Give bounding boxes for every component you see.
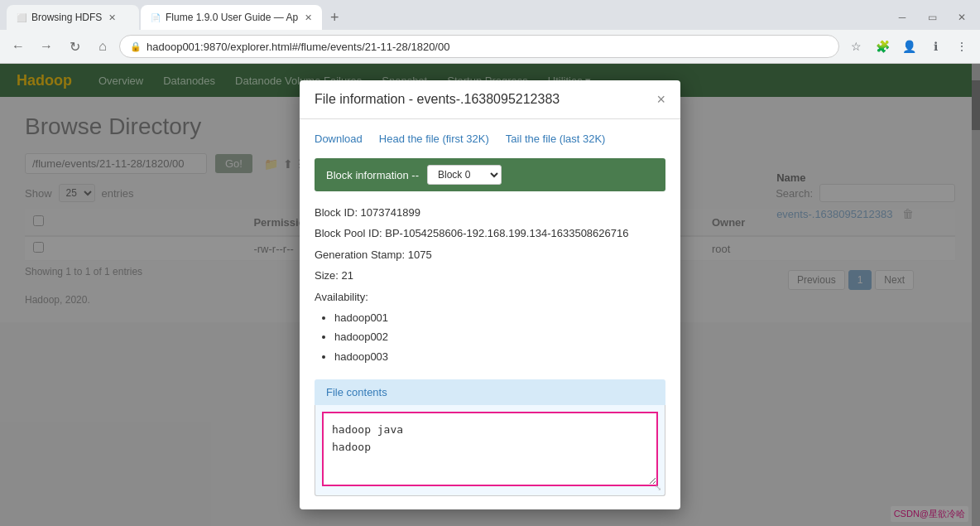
block-details: Block ID: 1073741899 Block Pool ID: BP-1… xyxy=(315,203,665,366)
block-select[interactable]: Block 0 xyxy=(427,165,502,185)
lock-icon: 🔒 xyxy=(130,41,142,52)
modal-header: File information - events-.1638095212383… xyxy=(300,80,680,119)
minimize-button[interactable]: ─ xyxy=(891,6,914,29)
block-info-label: Block information -- xyxy=(326,169,419,181)
tab-close-2[interactable]: ✕ xyxy=(305,12,312,23)
availability-list: hadoop001 hadoop002 hadoop003 xyxy=(315,308,665,366)
modal-close-button[interactable]: × xyxy=(656,92,665,107)
modal-title: File information - events-.1638095212383 xyxy=(315,92,560,107)
file-contents-section: File contents xyxy=(315,379,665,405)
info-button[interactable]: ℹ xyxy=(924,35,947,58)
home-button[interactable]: ⌂ xyxy=(91,35,114,58)
bookmark-star-button[interactable]: ☆ xyxy=(844,35,867,58)
tab-close-1[interactable]: ✕ xyxy=(108,12,116,23)
refresh-button[interactable]: ↻ xyxy=(63,35,86,58)
new-tab-button[interactable]: + xyxy=(324,9,346,27)
tab-flume[interactable]: 📄 Flume 1.9.0 User Guide — Ap ✕ xyxy=(141,5,322,30)
block-info-section: Block information -- Block 0 xyxy=(315,158,665,191)
menu-button[interactable]: ⋮ xyxy=(950,35,973,58)
back-button[interactable]: ← xyxy=(7,35,30,58)
availability-node-0: hadoop001 xyxy=(334,308,665,327)
modal-body: Download Head the file (first 32K) Tail … xyxy=(300,119,680,509)
browser-chrome: ⬜ Browsing HDFS ✕ 📄 Flume 1.9.0 User Gui… xyxy=(0,0,980,64)
tab-browsing-hdfs[interactable]: ⬜ Browsing HDFS ✕ xyxy=(7,5,139,30)
modal-overlay: File information - events-.1638095212383… xyxy=(0,64,980,526)
tail-link[interactable]: Tail the file (last 32K) xyxy=(506,133,606,145)
address-bar[interactable]: 🔒 hadoop001:9870/explorer.html#/flume/ev… xyxy=(119,35,839,58)
file-contents-textarea[interactable] xyxy=(322,412,658,486)
tab-label-1: Browsing HDFS xyxy=(31,12,102,23)
tab-favicon-2: 📄 xyxy=(151,13,161,22)
size: Size: 21 xyxy=(315,266,665,285)
resize-handle: ⤡ xyxy=(655,483,661,492)
block-pool-id: Block Pool ID: BP-1054258606-192.168.199… xyxy=(315,224,665,243)
file-contents-wrapper: ⤡ xyxy=(315,405,665,496)
browser-controls: ← → ↻ ⌂ 🔒 hadoop001:9870/explorer.html#/… xyxy=(0,30,980,63)
download-link[interactable]: Download xyxy=(315,133,363,145)
tab-favicon-1: ⬜ xyxy=(17,13,26,22)
tab-label-2: Flume 1.9.0 User Guide — Ap xyxy=(166,12,298,23)
file-info-modal: File information - events-.1638095212383… xyxy=(300,80,680,509)
profile-button[interactable]: 👤 xyxy=(897,35,920,58)
window-close-button[interactable]: ✕ xyxy=(950,6,973,29)
extensions-button[interactable]: 🧩 xyxy=(871,35,894,58)
restore-button[interactable]: ▭ xyxy=(920,6,944,29)
block-id: Block ID: 1073741899 xyxy=(315,203,665,222)
forward-button[interactable]: → xyxy=(35,35,58,58)
head-link[interactable]: Head the file (first 32K) xyxy=(379,133,489,145)
availability-label: Availability: xyxy=(315,287,665,306)
modal-links: Download Head the file (first 32K) Tail … xyxy=(315,133,665,145)
address-text: hadoop001:9870/explorer.html#/flume/even… xyxy=(147,41,449,53)
browser-right-icons: ☆ 🧩 👤 ℹ ⋮ xyxy=(844,35,973,58)
page-content: Hadoop Overview Datanodes Datanode Volum… xyxy=(0,64,980,526)
availability-node-2: hadoop003 xyxy=(334,347,665,366)
generation-stamp: Generation Stamp: 1075 xyxy=(315,245,665,264)
tab-bar: ⬜ Browsing HDFS ✕ 📄 Flume 1.9.0 User Gui… xyxy=(0,0,980,30)
availability-node-1: hadoop002 xyxy=(334,327,665,346)
file-contents-label: File contents xyxy=(326,386,387,398)
